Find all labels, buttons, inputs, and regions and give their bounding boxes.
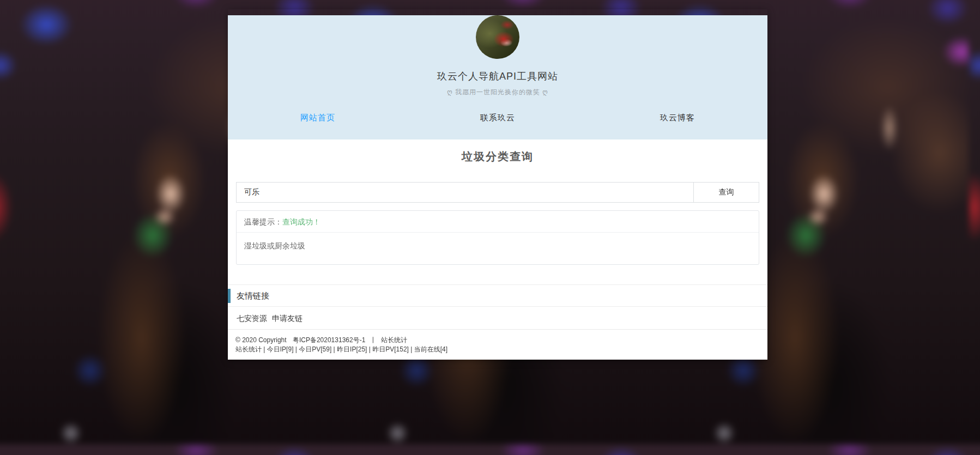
- accent-bar: [228, 289, 231, 303]
- friend-links-title: 友情链接: [228, 285, 767, 307]
- result-answer: 湿垃圾或厨余垃圾: [237, 233, 759, 264]
- site-title: 玖云个人导航API工具网站: [228, 70, 767, 83]
- result-tip-row: 温馨提示：查询成功！: [237, 211, 759, 233]
- tool-section: 垃圾分类查询 查询 温馨提示：查询成功！ 湿垃圾或厨余垃圾: [228, 139, 767, 284]
- nav-item-blog[interactable]: 玖云博客: [588, 113, 767, 123]
- search-button[interactable]: 查询: [693, 183, 759, 202]
- footer-separator: 丨: [370, 336, 377, 344]
- link-qian-resource[interactable]: 七安资源: [237, 314, 267, 323]
- tip-status: 查询成功！: [282, 217, 320, 226]
- tip-label: 温馨提示：: [244, 217, 282, 226]
- tool-title: 垃圾分类查询: [236, 139, 759, 164]
- nav-item-home[interactable]: 网站首页: [228, 113, 408, 123]
- stats-link[interactable]: 站长统计: [381, 336, 407, 344]
- icp-number: 粤ICP备2020131362号-1: [293, 336, 365, 344]
- nav-item-contact[interactable]: 联系玖云: [408, 113, 588, 123]
- link-apply-friend-link[interactable]: 申请友链: [272, 314, 303, 323]
- site-subtitle: ღ 我愿用一世阳光换你的微笑 ღ: [228, 88, 767, 97]
- result-panel: 温馨提示：查询成功！ 湿垃圾或厨余垃圾: [236, 210, 759, 265]
- search-input[interactable]: [237, 183, 693, 202]
- main-nav: 网站首页 联系玖云 玖云博客: [228, 113, 767, 123]
- friend-links-row: 七安资源 申请友链: [228, 306, 767, 329]
- site-header: 玖云个人导航API工具网站 ღ 我愿用一世阳光换你的微笑 ღ 网站首页 联系玖云…: [228, 15, 767, 139]
- visitor-stats[interactable]: 站长统计 | 今日IP[9] | 今日PV[59] | 昨日IP[25] | 昨…: [235, 345, 760, 354]
- friend-links-header: 友情链接: [228, 284, 767, 306]
- avatar: [476, 15, 519, 59]
- site-card: 玖云个人导航API工具网站 ღ 我愿用一世阳光换你的微笑 ღ 网站首页 联系玖云…: [228, 9, 767, 360]
- copyright-text: © 2020 Copyright: [235, 336, 287, 344]
- site-footer: © 2020 Copyright 粤ICP备2020131362号-1 丨 站长…: [228, 329, 767, 360]
- search-bar: 查询: [236, 182, 759, 203]
